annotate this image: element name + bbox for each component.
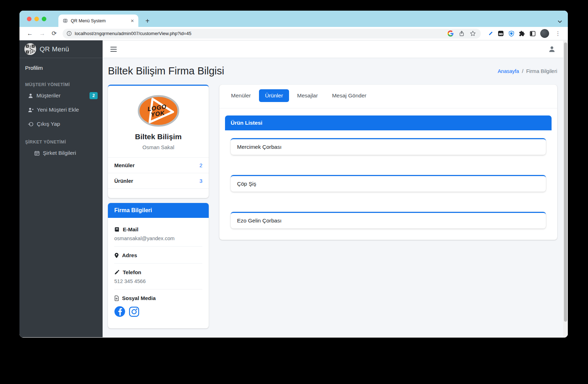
- sidebar-section-company: ŞİRKET YÖNETİMİ: [19, 131, 103, 146]
- back-button[interactable]: ←: [24, 30, 35, 36]
- pen-extension-icon[interactable]: [488, 31, 493, 36]
- telefon-value: 512 345 4566: [114, 278, 202, 284]
- company-logo: LOGO YOK: [108, 94, 209, 128]
- google-icon[interactable]: [448, 30, 454, 36]
- pencil-icon: [114, 270, 120, 275]
- user-plus-icon: [28, 107, 34, 113]
- field-label: Telefon: [123, 269, 141, 275]
- site-info-icon[interactable]: [67, 31, 72, 36]
- product-list-item[interactable]: Ezo Gelin Çorbası: [231, 212, 546, 228]
- url-text: localhost/zngqrmenu/admin007/customerVie…: [75, 31, 445, 36]
- customer-count-badge: 2: [90, 92, 98, 99]
- owner-name: Osman Sakal: [108, 144, 209, 150]
- product-list-item[interactable]: Mercimek Çorbası: [231, 138, 546, 155]
- tabs-card: Menüler Ürünler Mesajlar Mesaj Gönder Ür…: [219, 85, 557, 240]
- breadcrumb: Anasayfa / Firma Bilgileri: [498, 68, 557, 74]
- minimize-window-button[interactable]: [34, 17, 39, 21]
- dark-reader-icon[interactable]: [498, 30, 504, 36]
- sidebar-item-label: Şirket Bilgileri: [43, 150, 76, 156]
- browser-toolbar: ← → ⟳ localhost/zngqrmenu/admin007/custo…: [19, 27, 568, 40]
- new-tab-button[interactable]: +: [143, 17, 152, 25]
- menu-toggle-icon[interactable]: [109, 45, 118, 53]
- left-column: LOGO YOK Biltek Bilişim Osman Sakal Menü…: [108, 85, 209, 328]
- sidebar-item-musteriler[interactable]: Müşteriler 2: [19, 89, 103, 103]
- brand[interactable]: QR Menü: [19, 40, 103, 58]
- stat-label: Ürünler: [114, 178, 133, 184]
- extensions-puzzle-icon[interactable]: [519, 30, 525, 36]
- tab-close-icon[interactable]: ✕: [130, 18, 135, 23]
- sidebar-item-cikis-yap[interactable]: Çıkış Yap: [19, 117, 103, 131]
- field-telefon: Telefon 512 345 4566: [114, 264, 202, 289]
- sidebar-item-label: Çıkış Yap: [37, 121, 60, 127]
- field-label: E-Mail: [123, 226, 138, 232]
- close-window-button[interactable]: [27, 17, 31, 21]
- tab-mesaj-gonder[interactable]: Mesaj Gönder: [326, 89, 372, 102]
- product-list-header: Ürün Listesi: [225, 115, 552, 130]
- browser-menu-icon[interactable]: ⋮: [554, 30, 562, 37]
- stat-row-urunler: Ürünler 3: [108, 173, 209, 189]
- qr-logo-icon: [24, 43, 36, 55]
- reload-button[interactable]: ⟳: [49, 30, 59, 36]
- shield-extension-icon[interactable]: [508, 30, 514, 37]
- sidebar-item-label: Yeni Müşteri Ekle: [37, 107, 79, 113]
- instagram-icon[interactable]: [129, 306, 139, 317]
- tab-urunler[interactable]: Ürünler: [259, 89, 289, 102]
- bookmark-star-icon[interactable]: [470, 30, 476, 36]
- breadcrumb-home-link[interactable]: Anasayfa: [498, 68, 519, 74]
- share-icon[interactable]: [459, 30, 465, 36]
- field-sosyal-media: Sosyal Media: [114, 289, 202, 322]
- stat-value-link[interactable]: 3: [200, 178, 202, 184]
- sidebar-section-customers: MÜŞTERİ YÖNETİMİ: [19, 74, 103, 89]
- main-area: Biltek Bilişim Firma Bilgisi Anasayfa / …: [103, 40, 568, 337]
- file-icon: [114, 295, 119, 301]
- stat-row-menuler: Menüler 2: [108, 157, 209, 173]
- facebook-icon[interactable]: [114, 306, 125, 317]
- sidebar-item-yeni-musteri-ekle[interactable]: Yeni Müşteri Ekle: [19, 103, 103, 117]
- email-value: osmansakal@yandex.com: [114, 236, 202, 241]
- stat-value-link[interactable]: 2: [200, 162, 202, 168]
- sidebar-item-profilim[interactable]: Profilim: [19, 58, 103, 74]
- tab-mesajlar[interactable]: Mesajlar: [291, 89, 324, 102]
- extensions-row: ⋮: [484, 29, 564, 38]
- tab-search-chevron-icon[interactable]: [558, 20, 562, 23]
- info-card-header: Firma Bilgileri: [108, 203, 209, 218]
- app-navbar: [103, 40, 568, 58]
- field-email: E-Mail osmansakal@yandex.com: [114, 221, 202, 247]
- side-panel-icon[interactable]: [530, 31, 536, 36]
- brand-text: QR Menü: [40, 45, 69, 53]
- sidebar: QR Menü Profilim MÜŞTERİ YÖNETİMİ Müşter…: [19, 40, 103, 337]
- tabs-bar: Menüler Ürünler Mesajlar Mesaj Gönder: [219, 85, 557, 108]
- stat-label: Menüler: [114, 162, 135, 168]
- browser-tab-strip: QR Menü System ✕ +: [19, 11, 568, 27]
- calendar-icon: [34, 151, 40, 156]
- map-marker-icon: [114, 253, 119, 258]
- maximize-window-button[interactable]: [42, 17, 46, 21]
- field-adres: Adres: [114, 247, 202, 264]
- product-list-item[interactable]: Çöp Şiş: [231, 175, 546, 192]
- browser-profile-avatar[interactable]: [540, 29, 549, 38]
- page-content: Biltek Bilişim Firma Bilgisi Anasayfa / …: [103, 58, 568, 337]
- browser-window: QR Menü System ✕ + ← → ⟳ localhost/zngqr…: [19, 11, 568, 338]
- profile-card: LOGO YOK Biltek Bilişim Osman Sakal Menü…: [108, 85, 209, 198]
- tab-menuler[interactable]: Menüler: [225, 89, 257, 102]
- url-bar[interactable]: localhost/zngqrmenu/admin007/customerVie…: [63, 29, 481, 39]
- user-icon: [28, 93, 33, 98]
- right-column: Menüler Ürünler Mesajlar Mesaj Gönder Ür…: [219, 85, 557, 240]
- scrollbar-thumb[interactable]: [564, 43, 567, 322]
- browser-tab[interactable]: QR Menü System ✕: [58, 15, 138, 27]
- sidebar-item-sirket-bilgileri[interactable]: Şirket Bilgileri: [19, 146, 103, 160]
- page-title: Biltek Bilişim Firma Bilgisi: [108, 65, 224, 77]
- navbar-user-icon[interactable]: [548, 45, 556, 53]
- globe-favicon-icon: [63, 18, 68, 23]
- field-label: Adres: [122, 252, 137, 258]
- sidebar-item-label: Müşteriler: [36, 92, 60, 99]
- products-panel: Ürün Listesi Mercimek Çorbası Çöp Şiş Ez…: [219, 108, 557, 240]
- tab-title: QR Menü System: [71, 18, 127, 23]
- forward-button[interactable]: →: [37, 30, 48, 36]
- logout-icon: [28, 122, 34, 127]
- company-name: Biltek Bilişim: [108, 132, 209, 141]
- field-label: Sosyal Media: [122, 295, 156, 301]
- app-frame: QR Menü Profilim MÜŞTERİ YÖNETİMİ Müşter…: [19, 40, 568, 337]
- page-scrollbar[interactable]: [563, 41, 568, 338]
- breadcrumb-current: Firma Bilgileri: [526, 68, 557, 74]
